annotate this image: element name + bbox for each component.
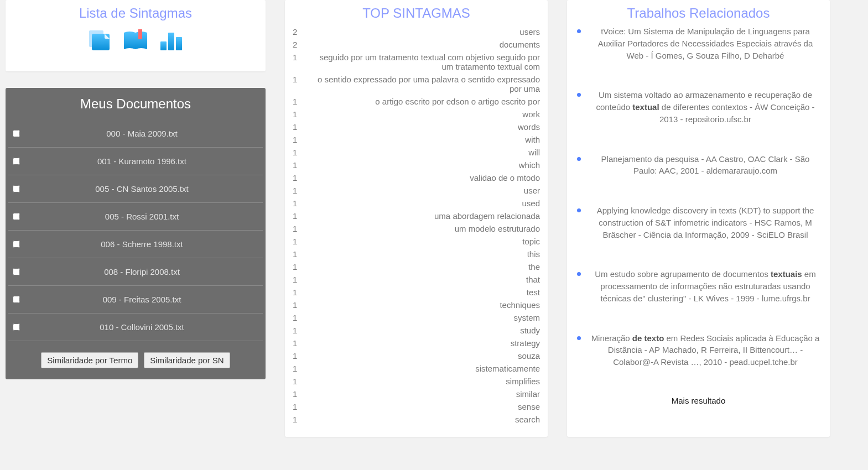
sintagma-term: uma abordagem relacionada xyxy=(309,211,540,221)
sintagma-count: 1 xyxy=(293,224,309,233)
related-works-title: Trabalhos Relacionados xyxy=(574,6,823,21)
sintagma-term: strategy xyxy=(309,338,540,348)
sintagma-count: 1 xyxy=(293,275,309,284)
related-work-item[interactable]: Planejamento da pesquisa - AA Castro, OA… xyxy=(577,153,820,177)
bullet-icon xyxy=(577,157,581,161)
sintagma-term: um modelo estruturado xyxy=(309,224,540,233)
related-work-item[interactable]: Applying knowledge discovery in texts (K… xyxy=(577,205,820,241)
related-work-text: Um sistema voltado ao armazenamento e re… xyxy=(591,89,820,125)
document-checkbox[interactable] xyxy=(13,158,20,165)
sintagma-row: 1which xyxy=(292,159,541,171)
document-checkbox[interactable] xyxy=(13,185,20,192)
similarity-sn-button[interactable]: Similaridade por SN xyxy=(144,352,230,368)
document-checkbox[interactable] xyxy=(13,323,20,331)
document-row[interactable]: 010 - Collovini 2005.txt xyxy=(8,314,263,341)
chart-icon[interactable] xyxy=(158,28,185,55)
sintagma-row: 1topic xyxy=(292,235,541,248)
bullet-icon xyxy=(577,29,581,33)
sintagma-term: similar xyxy=(309,389,540,399)
sintagma-term: study xyxy=(309,326,540,335)
related-work-text: Um estudo sobre agrupamento de documento… xyxy=(591,268,820,304)
sintagma-row: 1system xyxy=(292,311,541,324)
sintagma-term: with xyxy=(309,135,540,144)
sintagma-row: 1search xyxy=(292,413,541,426)
sintagma-count: 1 xyxy=(293,109,309,119)
top-sintagmas-panel: TOP SINTAGMAS 2users2documents1seguido p… xyxy=(285,0,548,437)
document-row[interactable]: 009 - Freitas 2005.txt xyxy=(8,286,263,314)
sintagma-term: o artigo escrito por edson o artigo escr… xyxy=(309,97,540,106)
sintagma-count: 1 xyxy=(293,364,309,373)
document-label: 006 - Scherre 1998.txt xyxy=(25,239,258,249)
document-row[interactable]: 000 - Maia 2009.txt xyxy=(8,120,263,148)
document-row[interactable]: 008 - Floripi 2008.txt xyxy=(8,258,263,286)
bullet-icon xyxy=(577,93,581,97)
sintagma-count: 1 xyxy=(293,211,309,221)
related-work-item[interactable]: tVoice: Um Sistema de Manipulação de Lin… xyxy=(577,25,820,61)
files-icon[interactable] xyxy=(86,28,113,55)
document-row[interactable]: 001 - Kuramoto 1996.txt xyxy=(8,148,263,175)
sintagma-row: 1simplifies xyxy=(292,375,541,388)
document-checkbox[interactable] xyxy=(13,130,20,137)
document-checkbox[interactable] xyxy=(13,241,20,248)
sintagma-row: 1similar xyxy=(292,388,541,400)
sintagma-count: 1 xyxy=(293,249,309,259)
svg-rect-4 xyxy=(176,37,182,50)
sintagma-row: 1with xyxy=(292,133,541,146)
sintagmas-panel: Lista de Sintagmas xyxy=(6,0,266,71)
document-row[interactable]: 005 - Rossi 2001.txt xyxy=(8,203,263,231)
sintagma-row: 1seguido por um tratamento textual com o… xyxy=(292,51,541,73)
sintagma-row: 1um modelo estruturado xyxy=(292,222,541,235)
sintagma-count: 1 xyxy=(293,389,309,399)
sintagma-row: 1study xyxy=(292,324,541,337)
sintagma-count: 1 xyxy=(293,377,309,386)
sintagma-term: validao de o mtodo xyxy=(309,173,540,182)
related-work-text: Applying knowledge discovery in texts (K… xyxy=(591,205,820,241)
sintagmas-title: Lista de Sintagmas xyxy=(12,6,259,21)
sintagma-count: 1 xyxy=(293,97,309,106)
document-label: 009 - Freitas 2005.txt xyxy=(25,295,258,304)
sintagma-row: 1sistematicamente xyxy=(292,362,541,375)
sintagma-count: 1 xyxy=(293,122,309,132)
more-results-link[interactable]: Mais resultado xyxy=(574,396,823,405)
sintagma-term: search xyxy=(309,415,540,424)
sintagma-term: will xyxy=(309,148,540,157)
sintagma-row: 1uma abordagem relacionada xyxy=(292,210,541,222)
document-label: 005 - Rossi 2001.txt xyxy=(25,212,258,221)
document-label: 010 - Collovini 2005.txt xyxy=(25,322,258,332)
sintagma-count: 1 xyxy=(293,199,309,208)
bullet-icon xyxy=(577,208,581,212)
related-work-item[interactable]: Mineração de texto em Redes Sociais apli… xyxy=(577,332,820,368)
documents-list[interactable]: 000 - Maia 2009.txt001 - Kuramoto 1996.t… xyxy=(8,120,263,341)
sintagma-term: topic xyxy=(309,237,540,246)
related-works-panel: Trabalhos Relacionados tVoice: Um Sistem… xyxy=(567,0,830,437)
sintagma-term: words xyxy=(309,122,540,132)
related-works-list: tVoice: Um Sistema de Manipulação de Lin… xyxy=(574,25,823,368)
similarity-term-button[interactable]: Similaridade por Termo xyxy=(41,352,138,368)
sintagma-term: this xyxy=(309,249,540,259)
sintagma-count: 1 xyxy=(293,173,309,182)
document-checkbox[interactable] xyxy=(13,213,20,220)
sintagma-count: 2 xyxy=(293,27,309,36)
sintagma-count: 1 xyxy=(293,326,309,335)
sintagma-count: 1 xyxy=(293,135,309,144)
related-work-item[interactable]: Um estudo sobre agrupamento de documento… xyxy=(577,268,820,304)
related-work-text: tVoice: Um Sistema de Manipulação de Lin… xyxy=(591,25,820,61)
sintagma-count: 1 xyxy=(293,186,309,195)
top-sintagmas-title: TOP SINTAGMAS xyxy=(292,6,541,21)
bullet-icon xyxy=(577,272,581,276)
document-label: 001 - Kuramoto 1996.txt xyxy=(25,156,258,166)
sintagma-count: 1 xyxy=(293,53,309,71)
document-row[interactable]: 006 - Scherre 1998.txt xyxy=(8,231,263,258)
sintagma-term: users xyxy=(309,27,540,36)
document-checkbox[interactable] xyxy=(13,268,20,275)
document-checkbox[interactable] xyxy=(13,296,20,303)
sintagma-term: the xyxy=(309,262,540,271)
book-icon[interactable] xyxy=(122,28,149,55)
related-work-item[interactable]: Um sistema voltado ao armazenamento e re… xyxy=(577,89,820,125)
sintagma-row: 1strategy xyxy=(292,337,541,349)
sintagma-term: simplifies xyxy=(309,377,540,386)
sintagma-count: 2 xyxy=(293,40,309,49)
document-row[interactable]: 005 - CN Santos 2005.txt xyxy=(8,175,263,203)
sintagma-row: 1the xyxy=(292,260,541,273)
sintagma-term: sense xyxy=(309,402,540,411)
